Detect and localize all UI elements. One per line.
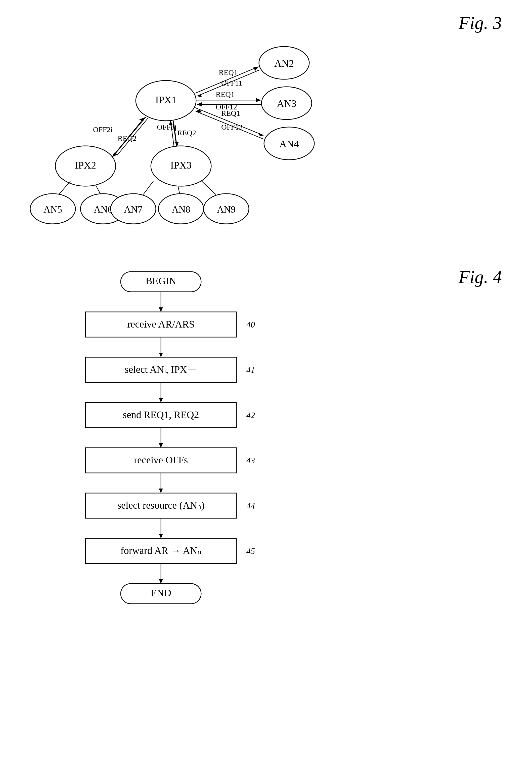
svg-marker-62 bbox=[159, 307, 163, 312]
svg-marker-41 bbox=[139, 117, 146, 121]
svg-line-55 bbox=[96, 185, 101, 194]
svg-marker-32 bbox=[197, 102, 202, 106]
svg-text:40: 40 bbox=[246, 320, 255, 329]
svg-marker-23 bbox=[253, 67, 258, 71]
svg-text:IPX2: IPX2 bbox=[75, 159, 96, 171]
svg-marker-92 bbox=[159, 579, 163, 584]
fig4-label: Fig. 4 bbox=[459, 267, 502, 287]
svg-text:AN4: AN4 bbox=[279, 138, 299, 149]
svg-text:AN2: AN2 bbox=[274, 58, 294, 69]
svg-text:45: 45 bbox=[246, 546, 255, 556]
svg-line-54 bbox=[59, 181, 70, 194]
svg-text:REQ1: REQ1 bbox=[221, 109, 240, 117]
svg-text:44: 44 bbox=[246, 501, 255, 511]
svg-marker-26 bbox=[197, 94, 202, 97]
svg-text:41: 41 bbox=[246, 365, 255, 374]
svg-text:forward AR → ANₙ: forward AR → ANₙ bbox=[120, 545, 201, 556]
svg-text:OFF2i: OFF2i bbox=[93, 125, 113, 134]
svg-marker-45 bbox=[112, 152, 118, 157]
svg-text:AN8: AN8 bbox=[172, 204, 190, 214]
svg-text:REQ1: REQ1 bbox=[219, 68, 238, 76]
svg-marker-82 bbox=[159, 489, 163, 493]
svg-text:END: END bbox=[151, 587, 171, 599]
svg-line-56 bbox=[143, 181, 153, 194]
svg-text:AN9: AN9 bbox=[217, 204, 236, 214]
svg-marker-35 bbox=[258, 133, 263, 136]
svg-text:receive OFFs: receive OFFs bbox=[134, 454, 188, 466]
svg-marker-29 bbox=[256, 98, 261, 102]
svg-text:OFF11: OFF11 bbox=[221, 79, 242, 87]
svg-marker-67 bbox=[159, 353, 163, 357]
svg-text:AN7: AN7 bbox=[124, 204, 143, 214]
svg-text:REQ2: REQ2 bbox=[118, 134, 137, 142]
svg-text:43: 43 bbox=[246, 456, 255, 465]
svg-text:AN6: AN6 bbox=[94, 204, 112, 214]
svg-text:REQ1: REQ1 bbox=[216, 90, 235, 98]
svg-text:select resource (ANₙ): select resource (ANₙ) bbox=[117, 500, 205, 511]
svg-text:IPX3: IPX3 bbox=[170, 159, 192, 171]
fig3-diagram: IPX1 AN2 AN3 AN4 IPX2 IPX3 AN5 AN6 AN7 A… bbox=[20, 30, 498, 231]
svg-text:send REQ1, REQ2: send REQ1, REQ2 bbox=[123, 409, 199, 421]
svg-text:42: 42 bbox=[246, 411, 255, 420]
svg-text:REQ2: REQ2 bbox=[177, 128, 196, 137]
svg-line-58 bbox=[201, 181, 216, 194]
fig4-diagram: BEGIN receive AR/ARS 40 select ANᵢ, IPX⸺… bbox=[50, 264, 402, 742]
svg-text:AN5: AN5 bbox=[43, 204, 62, 214]
svg-text:OFF13: OFF13 bbox=[221, 123, 243, 131]
svg-text:receive AR/ARS: receive AR/ARS bbox=[127, 318, 195, 330]
svg-marker-87 bbox=[159, 534, 163, 538]
svg-text:AN3: AN3 bbox=[277, 98, 296, 109]
svg-text:BEGIN: BEGIN bbox=[146, 275, 176, 286]
svg-text:select ANᵢ, IPX⸺: select ANᵢ, IPX⸺ bbox=[125, 364, 197, 375]
svg-marker-72 bbox=[159, 398, 163, 403]
svg-line-57 bbox=[178, 186, 180, 194]
svg-text:IPX1: IPX1 bbox=[155, 94, 176, 105]
svg-marker-77 bbox=[159, 443, 163, 448]
